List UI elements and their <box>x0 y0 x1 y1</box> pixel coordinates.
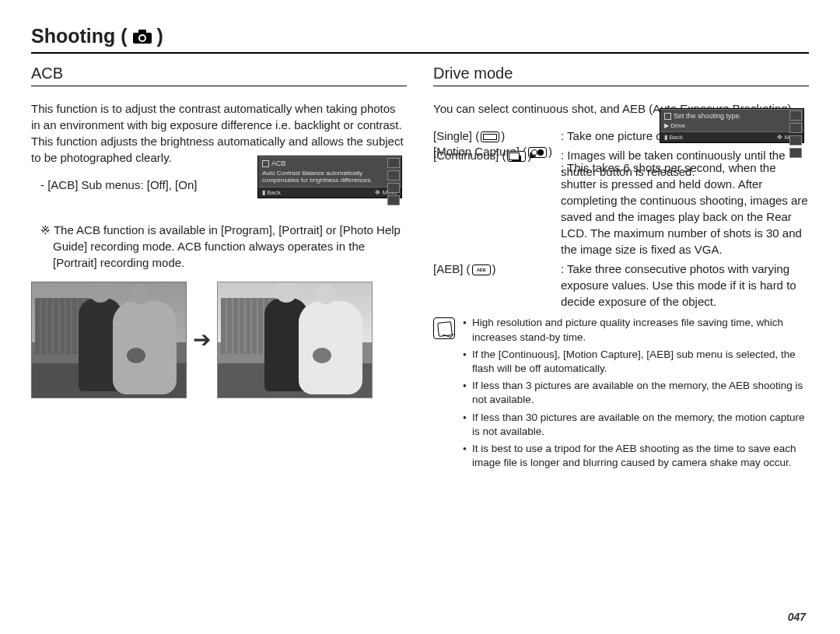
lcd-side-icon <box>789 148 802 158</box>
continuous-name-text: [Continuous] <box>433 149 499 162</box>
note-item: High resolution and picture quality incr… <box>463 316 809 344</box>
drive-square-icon <box>664 113 671 120</box>
lcd-icon-column <box>387 158 400 205</box>
note-item: If less than 3 pictures are available on… <box>463 379 809 407</box>
lcd-bottom-bar: ▮ Back ✥ Move <box>660 131 803 142</box>
lcd-help-title: Set the shooting type. <box>664 112 800 121</box>
page-title-close: ) <box>157 25 163 47</box>
drive-column: Drive mode You can select continuous sho… <box>433 65 809 474</box>
single-chip-icon <box>481 131 499 142</box>
lcd-icon-column <box>789 110 802 158</box>
page-number: 047 <box>788 611 806 623</box>
note-list: High resolution and picture quality incr… <box>463 316 809 473</box>
lcd-side-icon <box>387 158 400 168</box>
two-column-layout: ACB This function is to adjust the contr… <box>31 65 809 474</box>
drive-mode-continuous: [Continuous] () : Images will be taken c… <box>433 147 809 180</box>
acb-note: ※ The ACB function is available in [Prog… <box>31 222 407 271</box>
page-title-text: Shooting ( <box>31 25 128 47</box>
lcd-drive-sub: ▶ Drive <box>664 122 800 130</box>
sample-photo-before <box>31 282 187 398</box>
acb-column: ACB This function is to adjust the contr… <box>31 65 407 474</box>
lcd-side-icon <box>387 183 400 193</box>
svg-point-3 <box>140 36 145 40</box>
lcd-drive-sub-text: Drive <box>670 122 685 129</box>
lcd-side-icon <box>789 135 802 145</box>
arrow-right-icon: ➔ <box>193 327 211 352</box>
lcd-side-icon <box>387 170 400 180</box>
lcd-back-label: ▮ Back <box>262 189 281 196</box>
single-name-text: [Single] <box>433 129 472 142</box>
note-box: High resolution and picture quality incr… <box>433 316 809 473</box>
lcd-back-text: Back <box>669 134 683 141</box>
lcd-bottom-bar: ▮ Back ✥ Move <box>258 187 401 198</box>
note-item: If less than 30 pictures are available o… <box>463 411 809 439</box>
lcd-back-text: Back <box>267 189 281 196</box>
svg-rect-1 <box>138 30 146 33</box>
note-item: If the [Continuous], [Motion Capture], [… <box>463 348 809 376</box>
note-icon <box>433 317 455 339</box>
lcd-help-title: ACB <box>262 159 397 168</box>
drive-mode-aeb: [AEB] (AEB) : Take three consecutive pho… <box>433 261 809 310</box>
acb-lcd-screenshot: ACB Auto Contrast Balance automatically … <box>257 156 402 198</box>
lcd-help-desc: Auto Contrast Balance automatically comp… <box>262 170 397 184</box>
drive-continuous-desc: : Images will be taken continuously unti… <box>561 147 809 180</box>
acb-heading: ACB <box>31 65 407 86</box>
lcd-acb-label: ACB <box>271 159 286 168</box>
drive-aeb-name: [AEB] (AEB) <box>433 261 561 310</box>
motion-chip-icon <box>528 147 547 158</box>
aeb-chip-icon: AEB <box>472 264 491 275</box>
lcd-back-label: ▮ Back <box>664 134 683 141</box>
note-item: It is best to use a tripod for the AEB s… <box>463 442 809 470</box>
manual-page: Shooting ( ) ACB This function is to adj… <box>0 0 840 634</box>
lcd-side-icon <box>789 110 802 121</box>
page-title: Shooting ( ) <box>31 25 809 54</box>
drive-lcd-screenshot: Set the shooting type. ▶ Drive ▮ Back ✥ … <box>660 108 804 143</box>
lcd-side-icon <box>387 195 400 205</box>
drive-single-name: [Single] () <box>433 128 561 144</box>
aeb-name-text: [AEB] <box>433 262 463 275</box>
drive-aeb-desc: : Take three consecutive photos with var… <box>561 261 809 310</box>
acb-square-icon <box>262 160 269 167</box>
continuous-chip-icon <box>507 151 526 162</box>
lcd-side-icon <box>789 123 802 133</box>
drive-heading: Drive mode <box>433 65 809 86</box>
lcd-help-strip: ACB Auto Contrast Balance automatically … <box>258 156 401 187</box>
acb-compare-row: ➔ <box>31 282 407 398</box>
camera-icon <box>132 29 152 44</box>
sample-photo-after <box>217 282 373 398</box>
lcd-help-strip: Set the shooting type. ▶ Drive <box>660 109 803 131</box>
lcd-drive-title: Set the shooting type. <box>674 112 741 121</box>
